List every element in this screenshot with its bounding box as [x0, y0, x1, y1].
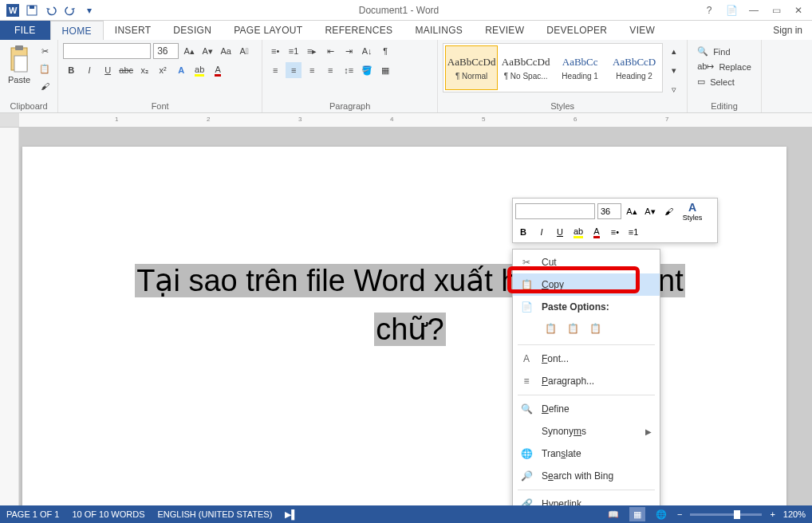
- zoom-out-icon[interactable]: −: [677, 509, 682, 519]
- zoom-in-icon[interactable]: +: [770, 509, 775, 519]
- styles-scroll-down-icon[interactable]: ▾: [666, 62, 682, 78]
- cm-hyperlink[interactable]: 🔗 Hyperlink...: [513, 493, 660, 505]
- tab-home[interactable]: HOME: [50, 21, 104, 40]
- page[interactable]: Tại sao trên file Word xuất hi nt chữ? 3…: [22, 147, 786, 505]
- macro-record-icon[interactable]: ▶▌: [285, 509, 298, 520]
- cm-synonyms[interactable]: Synonyms ▶: [513, 420, 660, 442]
- save-icon[interactable]: [26, 4, 38, 17]
- paste-button[interactable]: Paste: [5, 43, 34, 86]
- mini-font-color-icon[interactable]: A: [589, 224, 605, 240]
- styles-gallery[interactable]: AaBbCcDd ¶ Normal AaBbCcDd ¶ No Spac... …: [443, 43, 663, 92]
- selected-text-part2[interactable]: nt: [656, 264, 685, 297]
- cm-translate[interactable]: 🌐 Translate: [513, 442, 660, 465]
- shrink-font-icon[interactable]: A▾: [199, 43, 215, 59]
- cut-icon[interactable]: ✂: [37, 43, 53, 59]
- indent-dec-icon[interactable]: ⇤: [322, 43, 338, 59]
- view-read-mode-icon[interactable]: 📖: [605, 507, 621, 521]
- tab-developer[interactable]: DEVELOPER: [535, 21, 618, 40]
- format-painter-icon[interactable]: 🖌: [37, 78, 53, 94]
- tab-file[interactable]: FILE: [0, 21, 50, 40]
- indent-inc-icon[interactable]: ⇥: [341, 43, 357, 59]
- text-effects-icon[interactable]: A: [173, 62, 189, 78]
- select-button[interactable]: ▭ Select: [694, 75, 755, 88]
- style-heading1[interactable]: AaBbCc Heading 1: [554, 45, 606, 90]
- maximize-button[interactable]: ▭: [771, 5, 782, 16]
- tab-page-layout[interactable]: PAGE LAYOUT: [223, 21, 313, 40]
- multilevel-icon[interactable]: ≡▸: [304, 43, 320, 59]
- horizontal-ruler[interactable]: 1 2 3 4 5 6 7: [0, 113, 812, 128]
- shading-icon[interactable]: 🪣: [359, 62, 375, 78]
- style-heading2[interactable]: AaBbCcD Heading 2: [608, 45, 660, 90]
- sort-icon[interactable]: A↓: [359, 43, 375, 59]
- numbering-icon[interactable]: ≡1: [286, 43, 302, 59]
- view-web-layout-icon[interactable]: 🌐: [653, 507, 669, 521]
- word-app-icon[interactable]: W: [6, 4, 19, 17]
- italic-button[interactable]: I: [81, 62, 97, 78]
- close-button[interactable]: ✕: [793, 5, 804, 16]
- copy-icon[interactable]: 📋: [37, 61, 53, 77]
- cm-copy[interactable]: 📋 Copy: [513, 273, 660, 296]
- mini-bold-icon[interactable]: B: [515, 224, 531, 240]
- align-center-icon[interactable]: ≡: [286, 62, 302, 78]
- justify-icon[interactable]: ≡: [322, 62, 338, 78]
- superscript-button[interactable]: x²: [155, 62, 171, 78]
- align-left-icon[interactable]: ≡: [267, 62, 283, 78]
- mini-bullets-icon[interactable]: ≡•: [607, 224, 623, 240]
- style-no-spacing[interactable]: AaBbCcDd ¶ No Spac...: [499, 45, 552, 90]
- grow-font-icon[interactable]: A▴: [181, 43, 197, 59]
- paste-keep-source-icon[interactable]: 📋: [542, 320, 559, 337]
- clear-format-icon[interactable]: A⃠: [236, 43, 252, 59]
- tab-view[interactable]: VIEW: [618, 21, 666, 40]
- bullets-icon[interactable]: ≡•: [267, 43, 283, 59]
- selected-text-line2[interactable]: chữ?: [374, 313, 445, 346]
- font-color-icon[interactable]: A: [210, 62, 226, 78]
- strikethrough-button[interactable]: abc: [118, 62, 134, 78]
- underline-button[interactable]: U: [100, 62, 116, 78]
- styles-scroll-up-icon[interactable]: ▴: [666, 43, 682, 59]
- change-case-icon[interactable]: Aa: [218, 43, 234, 59]
- mini-shrink-font-icon[interactable]: A▾: [642, 203, 658, 219]
- ribbon-opts-button[interactable]: 📄: [726, 5, 737, 16]
- view-print-layout-icon[interactable]: ▦: [629, 507, 645, 521]
- status-page[interactable]: PAGE 1 OF 1: [6, 509, 59, 519]
- zoom-slider[interactable]: [690, 513, 762, 516]
- tab-mailings[interactable]: MAILINGS: [404, 21, 474, 40]
- minimize-button[interactable]: —: [748, 5, 759, 16]
- mini-styles-button[interactable]: A Styles: [679, 201, 706, 222]
- style-normal[interactable]: AaBbCcDd ¶ Normal: [445, 45, 498, 90]
- styles-more-icon[interactable]: ▿: [666, 81, 682, 97]
- paste-text-only-icon[interactable]: 📋: [586, 320, 604, 337]
- cm-font[interactable]: A Font...: [513, 348, 660, 370]
- highlight-color-icon[interactable]: ab: [191, 62, 207, 78]
- selected-text-part1[interactable]: Tại sao trên file Word xuất hi: [135, 264, 526, 297]
- cm-search-bing[interactable]: 🔎 Search with Bing: [513, 465, 660, 487]
- borders-icon[interactable]: ▦: [377, 62, 393, 78]
- mini-format-painter-icon[interactable]: 🖌: [660, 203, 676, 219]
- bold-button[interactable]: B: [63, 62, 79, 78]
- mini-underline-icon[interactable]: U: [552, 224, 568, 240]
- cm-paragraph[interactable]: ≡ Paragraph...: [513, 370, 660, 392]
- line-spacing-icon[interactable]: ↕≡: [341, 62, 357, 78]
- mini-highlight-icon[interactable]: ab: [570, 224, 586, 240]
- mini-font-name[interactable]: [515, 203, 595, 219]
- help-button[interactable]: ?: [704, 5, 715, 16]
- mini-numbering-icon[interactable]: ≡1: [625, 224, 641, 240]
- align-right-icon[interactable]: ≡: [304, 62, 320, 78]
- zoom-percent[interactable]: 120%: [783, 509, 806, 519]
- sign-in-link[interactable]: Sign in: [763, 21, 812, 40]
- show-hide-icon[interactable]: ¶: [377, 43, 393, 59]
- status-language[interactable]: ENGLISH (UNITED STATES): [158, 509, 273, 519]
- mini-italic-icon[interactable]: I: [534, 224, 550, 240]
- redo-icon[interactable]: [64, 4, 77, 17]
- tab-insert[interactable]: INSERT: [104, 21, 163, 40]
- mini-font-size[interactable]: 36: [597, 203, 621, 219]
- tab-review[interactable]: REVIEW: [474, 21, 535, 40]
- cm-define[interactable]: 🔍 Define: [513, 398, 660, 420]
- mini-grow-font-icon[interactable]: A▴: [624, 203, 640, 219]
- paste-merge-icon[interactable]: 📋: [564, 320, 581, 337]
- tab-references[interactable]: REFERENCES: [313, 21, 404, 40]
- undo-icon[interactable]: [45, 4, 57, 17]
- status-words[interactable]: 10 OF 10 WORDS: [72, 509, 144, 519]
- find-button[interactable]: 🔍 Find: [694, 45, 755, 58]
- font-name-combo[interactable]: [63, 43, 151, 59]
